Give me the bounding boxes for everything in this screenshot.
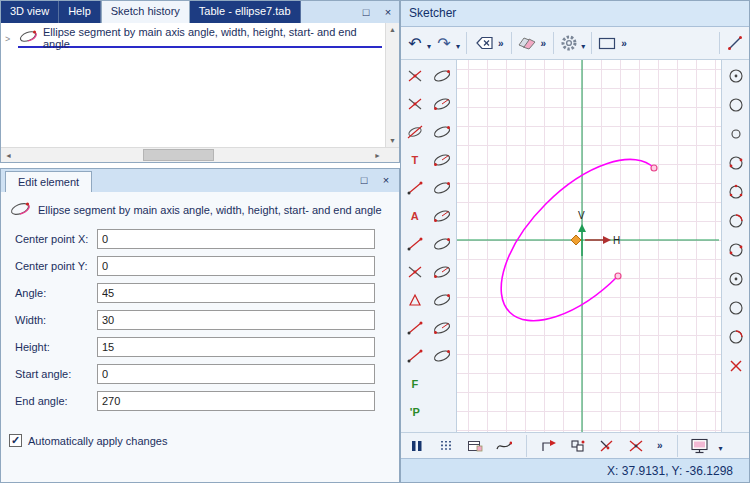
edit-fields: Center point X: Center point Y: Angle: W… [1,229,399,418]
display-dropdown-icon[interactable]: ▾ [719,444,723,453]
settings-gear-icon[interactable] [559,31,579,55]
field-row: Width: [15,310,399,330]
move-node-icon[interactable] [539,434,559,458]
dotted-grid-icon[interactable] [436,434,456,458]
red-axis-tool-icon[interactable] [403,121,427,143]
close-icon[interactable]: × [375,169,397,192]
center-y-input[interactable] [97,256,375,276]
horizontal-scrollbar[interactable]: ◄ ► [1,147,385,162]
more-select-chevron-icon[interactable]: » [621,38,627,49]
red-diag-tool-icon[interactable] [403,317,427,339]
thick-bars-icon[interactable] [407,434,427,458]
display-icon[interactable] [690,434,710,458]
ellipse-tool-icon[interactable] [430,345,454,367]
width-input[interactable] [97,310,375,330]
sketch-canvas[interactable]: V H [457,60,721,432]
origin-marker[interactable] [571,235,581,245]
letter-tool-icon[interactable]: 'P [403,401,427,423]
more-erase-chevron-icon[interactable]: » [541,38,547,49]
field-row: Angle: [15,283,399,303]
scrollbar-thumb[interactable] [143,149,214,161]
ellipse2-tool-icon[interactable] [430,93,454,115]
ellipse2-tool-icon[interactable] [430,205,454,227]
tab-table-ellipse7[interactable]: Table - ellipse7.tab [190,1,301,23]
red-diag-tool-icon[interactable] [403,233,427,255]
letter-tool-icon[interactable]: T [403,149,427,171]
eraser-icon[interactable] [517,31,537,55]
spline-icon[interactable] [494,434,514,458]
ellipse2-tool-icon[interactable] [430,149,454,171]
start-angle-input[interactable] [97,364,375,384]
more-bottom-chevron-icon[interactable]: » [657,440,663,451]
ellipse2-tool-icon[interactable] [430,317,454,339]
delete-backspace-icon[interactable] [472,31,494,55]
scroll-down-icon[interactable]: ▼ [389,137,396,144]
tab-help[interactable]: Help [59,1,101,23]
trim-icon[interactable] [597,434,617,458]
tab-3d-view[interactable]: 3D view [1,1,59,23]
close-icon[interactable]: × [377,1,399,23]
redo-dropdown-icon[interactable]: ▾ [456,42,460,51]
scroll-up-icon[interactable]: ▲ [389,26,396,33]
letter-tool-icon[interactable]: A [403,205,427,227]
tab-sketch-history[interactable]: Sketch history [101,1,190,23]
ellipse-tool-icon[interactable] [430,289,454,311]
red-diag-tool-icon[interactable] [403,345,427,367]
rectangle-select-icon[interactable] [597,31,617,55]
ellipse-tool-icon[interactable] [430,233,454,255]
circle-dot-tool-icon[interactable] [724,65,748,87]
circle-red3-tool-icon[interactable] [724,181,748,203]
red-cross-tool-icon[interactable] [403,261,427,283]
red-x-tool-icon[interactable] [724,355,748,377]
line-tool-icon[interactable] [725,31,745,55]
circle-red-tool-icon[interactable] [724,239,748,261]
red-tri-tool-icon[interactable] [403,289,427,311]
circle-red-tool-icon[interactable] [724,152,748,174]
circle-arc-tool-icon[interactable] [724,326,748,348]
red-cross-tool-icon[interactable] [403,93,427,115]
scroll-left-icon[interactable]: ◄ [1,152,16,159]
maximize-icon[interactable]: □ [355,1,377,23]
letter-tool-icon[interactable]: F [403,373,427,395]
history-item-row[interactable]: > Ellipse segment by main axis angle, wi… [1,29,385,48]
circle-dot-tool-icon[interactable] [724,268,748,290]
field-row: Center point X: [15,229,399,249]
auto-apply-checkbox[interactable]: ✓ Automatically apply changes [9,434,399,447]
gear-dropdown-icon[interactable]: ▾ [581,42,585,51]
curve-start-handle[interactable] [651,165,657,171]
expand-caret-icon[interactable]: > [5,34,14,44]
scroll-right-icon[interactable]: ► [370,152,385,159]
height-input[interactable] [97,337,375,357]
sheet-icon[interactable] [465,434,485,458]
edit-element-tab[interactable]: Edit element [5,171,92,192]
center-x-input[interactable] [97,229,375,249]
field-row: Height: [15,337,399,357]
copy-node-icon[interactable] [568,434,588,458]
undo-button[interactable]: ↶ [405,31,425,55]
circle-small-tool-icon[interactable] [724,123,748,145]
ellipse-tool-icon[interactable] [430,177,454,199]
ellipse-tool-icon[interactable] [430,65,454,87]
circle-tool-icon[interactable] [724,297,748,319]
sketcher-panel: Sketcher ↶ ▾ ↷ ▾ » » ▾ » [400,0,750,483]
circle-tool-icon[interactable] [724,94,748,116]
start-angle-label: Start angle: [15,368,97,380]
split-node-icon[interactable] [626,434,646,458]
ellipse-tool-icon[interactable] [430,121,454,143]
more-tools-chevron-icon[interactable]: » [498,38,504,49]
red-diag-tool-icon[interactable] [403,177,427,199]
vertical-scrollbar[interactable]: ▲ ▼ [385,23,399,147]
maximize-icon[interactable]: □ [353,169,375,192]
circle-arc-tool-icon[interactable] [724,210,748,232]
angle-input[interactable] [97,283,375,303]
undo-dropdown-icon[interactable]: ▾ [427,42,431,51]
checkbox-icon[interactable]: ✓ [9,434,22,447]
red-cross-tool-icon[interactable] [403,65,427,87]
center-x-label: Center point X: [15,233,97,245]
ellipse2-tool-icon[interactable] [430,261,454,283]
cursor-coordinates: X: 37.9131, Y: -36.1298 [607,464,733,478]
field-row: Center point Y: [15,256,399,276]
redo-button[interactable]: ↷ [434,31,454,55]
end-angle-input[interactable] [97,391,375,411]
curve-end-handle[interactable] [615,273,621,279]
